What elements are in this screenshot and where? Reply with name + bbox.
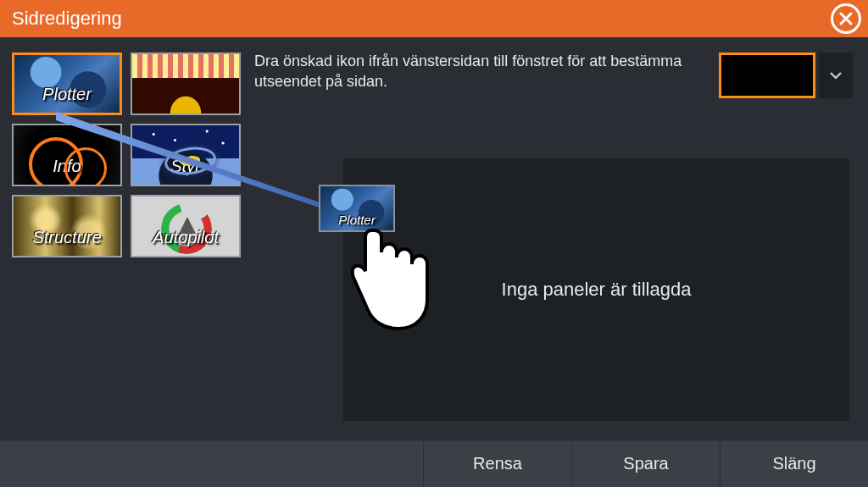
- button-label: Släng: [772, 454, 815, 473]
- palette-tile-autopilot[interactable]: Autopilot: [131, 195, 241, 257]
- layout-preview-dropdown[interactable]: [819, 53, 853, 98]
- body: Plotter Ekolod Info Styr Structure Autop…: [0, 37, 868, 440]
- palette-tile-structure[interactable]: Structure: [12, 195, 122, 257]
- titlebar: Sidredigering: [0, 0, 868, 37]
- dropzone-empty-message: Inga paneler är tillagda: [502, 279, 692, 301]
- tile-label: Styr: [132, 157, 239, 176]
- window-title: Sidredigering: [12, 8, 122, 30]
- instruction-text: Dra önskad ikon ifrån vänstersidan till …: [254, 51, 695, 92]
- clear-button[interactable]: Rensa: [423, 440, 571, 487]
- tile-label: Autopilot: [132, 228, 239, 247]
- drag-ghost-tile: Plotter: [319, 185, 395, 232]
- footer: Rensa Spara Släng: [0, 440, 868, 487]
- button-label: Rensa: [473, 454, 522, 473]
- button-label: Spara: [623, 454, 668, 473]
- layout-preview[interactable]: [719, 53, 815, 98]
- close-icon: [838, 11, 854, 26]
- tile-label: Info: [14, 157, 120, 176]
- close-button[interactable]: [831, 3, 861, 34]
- palette-tile-ekolod[interactable]: Ekolod: [131, 53, 241, 115]
- tile-label: Structure: [14, 228, 120, 247]
- palette-tile-plotter[interactable]: Plotter: [12, 53, 122, 115]
- discard-button[interactable]: Släng: [720, 440, 868, 487]
- page-editor-window: Sidredigering Plotter Ekolod Info Styr S…: [0, 0, 868, 487]
- chevron-down-icon: [828, 68, 843, 83]
- tile-palette: Plotter Ekolod Info Styr Structure Autop…: [0, 37, 254, 440]
- tile-label: Plotter: [14, 85, 120, 104]
- palette-tile-info[interactable]: Info: [12, 124, 122, 186]
- save-button[interactable]: Spara: [571, 440, 720, 487]
- tile-label: Ekolod: [132, 86, 239, 105]
- tile-label: Plotter: [320, 213, 393, 227]
- panel-dropzone[interactable]: Inga paneler är tillagda: [343, 158, 849, 421]
- palette-tile-styr[interactable]: Styr: [131, 124, 241, 186]
